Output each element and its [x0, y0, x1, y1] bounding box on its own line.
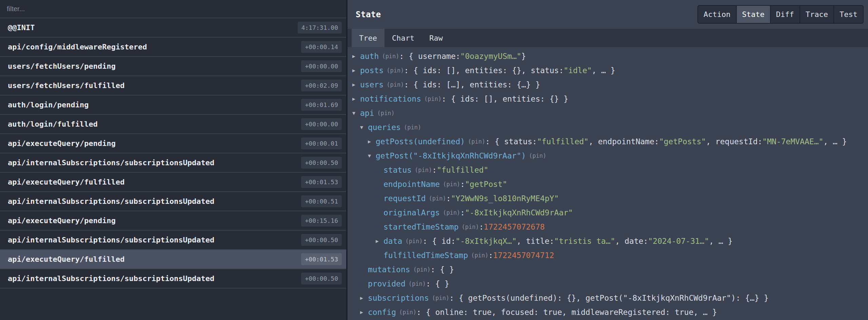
- node-key[interactable]: getPosts(undefined): [376, 137, 465, 146]
- action-list-item[interactable]: api/internalSubscriptions/subscriptionsU…: [0, 269, 346, 289]
- tree-node[interactable]: ▶config(pin): { online: true, focused: t…: [352, 305, 868, 319]
- node-key[interactable]: subscriptions: [368, 294, 429, 302]
- pin-button[interactable]: (pin): [529, 152, 546, 159]
- tree-node[interactable]: ▶data(pin): { id: "-8xItkjkqX…", title: …: [352, 234, 868, 248]
- chevron-down-icon[interactable]: ▼: [360, 124, 368, 130]
- chevron-right-icon[interactable]: ▶: [352, 67, 360, 73]
- node-key[interactable]: data: [383, 237, 402, 246]
- number-value: 1722457074712: [493, 251, 554, 260]
- pin-button[interactable]: (pin): [409, 280, 426, 287]
- preview-text: : { }: [426, 279, 449, 288]
- node-key[interactable]: startedTimeStamp: [383, 222, 459, 231]
- tree-node[interactable]: ▼getPost("-8xItkjkqXnRhCWd9rAar")(pin): [352, 149, 868, 163]
- action-list-item[interactable]: @@INIT4:17:31.00: [0, 18, 346, 38]
- tree-node[interactable]: ▶posts(pin): { ids: [], entities: {}, st…: [352, 63, 868, 78]
- pin-button[interactable]: (pin): [404, 124, 421, 131]
- tab-action-button[interactable]: Action: [697, 5, 736, 24]
- action-list-item[interactable]: api/internalSubscriptions/subscriptionsU…: [0, 231, 346, 250]
- node-key[interactable]: provided: [368, 279, 406, 288]
- pin-button[interactable]: (pin): [462, 223, 479, 230]
- node-key[interactable]: mutations: [368, 265, 410, 274]
- string-value: "fulfilled": [437, 166, 488, 174]
- subtab-chart[interactable]: Chart: [384, 29, 422, 47]
- tree-node[interactable]: status(pin): "fulfilled": [352, 163, 868, 177]
- pin-button[interactable]: (pin): [405, 238, 422, 244]
- action-list-item[interactable]: api/internalSubscriptions/subscriptionsU…: [0, 192, 346, 211]
- pin-button[interactable]: (pin): [399, 309, 416, 316]
- node-key[interactable]: config: [368, 308, 396, 317]
- pin-button[interactable]: (pin): [424, 95, 441, 102]
- chevron-right-icon[interactable]: ▶: [376, 238, 383, 244]
- pin-button[interactable]: (pin): [468, 138, 485, 145]
- pin-button[interactable]: (pin): [415, 167, 432, 173]
- tree-node[interactable]: fulfilledTimeStamp(pin): 1722457074712: [352, 248, 868, 262]
- action-name: auth/login/fulfilled: [8, 120, 301, 128]
- chevron-down-icon[interactable]: ▼: [368, 153, 376, 159]
- action-list-item[interactable]: api/executeQuery/fulfilled+00:01.53: [0, 173, 346, 192]
- tree-node[interactable]: ▶subscriptions(pin): { getPosts(undefine…: [352, 291, 868, 305]
- node-key[interactable]: fulfilledTimeStamp: [383, 251, 468, 260]
- tree-node[interactable]: ▶auth(pin): { username: "0oazymyUSm…" }: [352, 49, 868, 63]
- filter-input[interactable]: [6, 5, 340, 13]
- chevron-down-icon[interactable]: ▼: [352, 110, 360, 116]
- tree-node[interactable]: requestId(pin): "Y2WwN9s_lo810nRyME4pY": [352, 191, 868, 206]
- tab-diff-button[interactable]: Diff: [770, 5, 800, 24]
- pin-button[interactable]: (pin): [443, 209, 460, 216]
- pin-button[interactable]: (pin): [377, 110, 395, 116]
- subtab-tree[interactable]: Tree: [352, 29, 384, 47]
- chevron-right-icon[interactable]: ▶: [360, 309, 368, 315]
- tab-state-button[interactable]: State: [736, 5, 771, 24]
- tree-node[interactable]: ▶users(pin): { ids: […], entities: {…} }: [352, 78, 868, 92]
- node-key[interactable]: originalArgs: [383, 208, 440, 217]
- chevron-right-icon[interactable]: ▶: [368, 138, 376, 145]
- action-list-item[interactable]: api/internalSubscriptions/subscriptionsU…: [0, 153, 346, 173]
- chevron-right-icon[interactable]: ▶: [352, 53, 360, 59]
- preview-text: : { ids: […], entities: {…} }: [404, 80, 540, 89]
- action-list-item[interactable]: api/config/middlewareRegistered+00:00.14: [0, 38, 346, 57]
- chevron-right-icon[interactable]: ▶: [360, 295, 368, 301]
- pin-button[interactable]: (pin): [382, 53, 399, 60]
- chevron-right-icon[interactable]: ▶: [352, 82, 360, 88]
- action-list-item[interactable]: api/executeQuery/pending+00:00.01: [0, 134, 346, 153]
- tree-node[interactable]: ▶getPosts(undefined)(pin): { status: "fu…: [352, 134, 868, 149]
- action-list-item[interactable]: api/executeQuery/pending+00:15.16: [0, 211, 346, 231]
- pin-button[interactable]: (pin): [471, 252, 488, 259]
- tree-node[interactable]: ▼queries(pin): [352, 120, 868, 134]
- action-list-item[interactable]: auth/login/pending+00:01.69: [0, 95, 346, 115]
- pin-button[interactable]: (pin): [443, 181, 460, 188]
- action-list-item[interactable]: auth/login/fulfilled+00:00.00: [0, 115, 346, 134]
- node-key[interactable]: users: [360, 80, 383, 89]
- chevron-right-icon[interactable]: ▶: [352, 96, 360, 102]
- tree-node[interactable]: endpointName(pin): "getPost": [352, 177, 868, 191]
- action-timestamp: +00:00.14: [301, 41, 342, 53]
- action-list-item[interactable]: users/fetchUsers/pending+00:00.00: [0, 57, 346, 76]
- pin-button[interactable]: (pin): [413, 266, 431, 273]
- tree-node[interactable]: ▼api(pin): [352, 106, 868, 120]
- pin-button[interactable]: (pin): [387, 81, 404, 88]
- pin-button[interactable]: (pin): [432, 295, 449, 301]
- action-timestamp: +00:01.69: [301, 99, 342, 111]
- tree-node[interactable]: startedTimeStamp(pin): 1722457072678: [352, 220, 868, 234]
- tree-node[interactable]: ▶notifications(pin): { ids: [], entities…: [352, 92, 868, 106]
- tree-node[interactable]: mutations(pin): { }: [352, 262, 868, 277]
- subtab-raw[interactable]: Raw: [422, 29, 450, 47]
- node-key[interactable]: auth: [360, 52, 379, 61]
- action-list-item[interactable]: users/fetchUsers/fulfilled+00:02.09: [0, 76, 346, 95]
- tree-node[interactable]: provided(pin): { }: [352, 277, 868, 291]
- node-key[interactable]: requestId: [383, 194, 426, 203]
- node-key[interactable]: endpointName: [383, 180, 440, 189]
- node-key[interactable]: getPost("-8xItkjkqXnRhCWd9rAar"): [376, 151, 526, 160]
- pin-button[interactable]: (pin): [387, 67, 404, 74]
- node-key[interactable]: queries: [368, 123, 401, 132]
- action-name: api/internalSubscriptions/subscriptionsU…: [8, 197, 301, 206]
- action-list-item[interactable]: api/executeQuery/fulfilled+00:01.53: [0, 250, 346, 269]
- tab-trace-button[interactable]: Trace: [800, 5, 834, 24]
- node-key[interactable]: posts: [360, 66, 383, 75]
- preview-text: : { status:: [485, 137, 537, 146]
- pin-button[interactable]: (pin): [429, 195, 446, 202]
- tab-test-button[interactable]: Test: [833, 5, 864, 24]
- tree-node[interactable]: originalArgs(pin): "-8xItkjkqXnRhCWd9rAa…: [352, 206, 868, 220]
- node-key[interactable]: notifications: [360, 94, 421, 103]
- node-key[interactable]: api: [360, 109, 374, 118]
- node-key[interactable]: status: [383, 166, 412, 174]
